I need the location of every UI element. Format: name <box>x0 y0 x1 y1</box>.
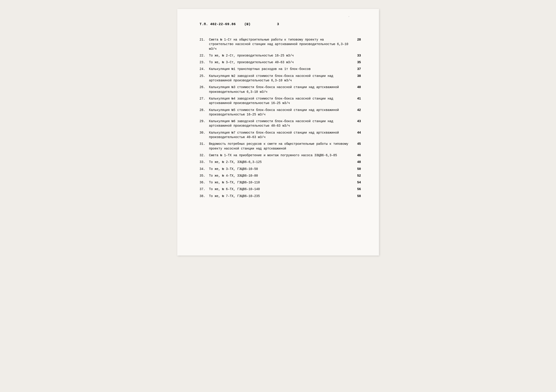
toc-item-text: Ведомость потребных ресурсов к смете на … <box>209 142 354 151</box>
toc-item-number: 33. <box>200 160 209 164</box>
toc-item-number: 32. <box>200 153 209 158</box>
toc-item-page: 38 <box>354 74 361 78</box>
toc-row: 35.То же, № 4–ТХ, ЗЭЦВ6–10–8052 <box>200 173 361 178</box>
doc-suffix: (Ш) <box>244 23 251 26</box>
toc-item-text: То же, № 3–ТХ, ГЭЦВ6–10–50 <box>209 167 354 171</box>
toc-row: 23.То же, № 3–Ст, производительностью 40… <box>200 60 361 65</box>
toc-item-number: 29. <box>200 119 209 123</box>
toc-item-text: Калькуляция №2 заводской стоимости блок–… <box>209 74 354 83</box>
page-number-header: 3 <box>277 23 279 26</box>
toc-row: 22.То же, № 2–Ст, производительностью 16… <box>200 53 361 58</box>
toc-item-text: Калькуляция №5 стоимости блок–бокса насо… <box>209 108 354 117</box>
toc-row: 38.То же, № 7–ТХ, ГЭЦВ6–10–23558 <box>200 194 361 198</box>
toc-item-text: То же, № 2–ТХ, ЗЭЦВ6–6,3–125 <box>209 160 354 164</box>
toc-item-text: Калькуляция №7 стоимости блок–бокса насо… <box>209 131 354 140</box>
toc-item-number: 38. <box>200 194 209 198</box>
toc-item-number: 35. <box>200 173 209 178</box>
toc-item-number: 26. <box>200 85 209 89</box>
toc-item-page: 50 <box>354 167 361 171</box>
toc-item-page: 44 <box>354 131 361 135</box>
table-of-contents: 21.Смета № 1–Ст на общестроительные рабо… <box>200 38 361 198</box>
toc-item-page: 43 <box>354 119 361 123</box>
toc-item-number: 27. <box>200 96 209 101</box>
toc-item-number: 36. <box>200 180 209 185</box>
toc-item-text: Калькуляция №4 заводской стоимости блок–… <box>209 96 354 106</box>
toc-item-text: То же, № 3–Ст, производительностью 40–63… <box>209 60 354 65</box>
toc-item-page: 46 <box>354 153 361 158</box>
toc-item-number: 28. <box>200 108 209 112</box>
toc-item-number: 30. <box>200 131 209 135</box>
toc-item-page: 42 <box>354 108 361 112</box>
document-code: Т.П. 402-22-69.86 (Ш) <box>200 23 251 26</box>
document-page: · Т.П. 402-22-69.86 (Ш) 3 21.Смета № 1–С… <box>177 9 379 255</box>
toc-item-text: Смета № 1–ТХ на приобретение и монтаж по… <box>209 153 354 158</box>
toc-item-text: То же, № 6–ТХ, ГЭЦВ6–10–140 <box>209 187 354 192</box>
toc-item-page: 40 <box>354 85 361 89</box>
toc-item-page: 52 <box>354 173 361 178</box>
toc-row: 33.То же, № 2–ТХ, ЗЭЦВ6–6,3–12548 <box>200 160 361 164</box>
toc-item-text: То же, № 2–Ст, производительностью 16–25… <box>209 53 354 58</box>
decorative-mark-1: · <box>348 15 350 18</box>
toc-row: 37.То же, № 6–ТХ, ГЭЦВ6–10–14056 <box>200 187 361 192</box>
center-number: 3 <box>277 23 279 26</box>
toc-item-text: То же, № 5–ТХ, ГЭЦВ6–10–110 <box>209 180 354 185</box>
toc-item-page: 33 <box>354 53 361 58</box>
toc-item-page: 58 <box>354 194 361 198</box>
toc-item-number: 34. <box>200 167 209 171</box>
toc-item-page: 54 <box>354 180 361 185</box>
toc-item-number: 23. <box>200 60 209 65</box>
toc-row: 31.Ведомость потребных ресурсов к смете … <box>200 142 361 151</box>
page-header: Т.П. 402-22-69.86 (Ш) 3 <box>200 23 361 26</box>
toc-item-text: То же, № 7–ТХ, ГЭЦВ6–10–235 <box>209 194 354 198</box>
toc-item-number: 21. <box>200 38 209 42</box>
toc-row: 29.Калькуляция №6 заводской стоимости бл… <box>200 119 361 128</box>
toc-item-page: 56 <box>354 187 361 192</box>
toc-item-number: 31. <box>200 142 209 146</box>
toc-item-page: 45 <box>354 142 361 146</box>
toc-item-text: То же, № 4–ТХ, ЗЭЦВ6–10–80 <box>209 173 354 178</box>
toc-row: 25.Калькуляция №2 заводской стоимости бл… <box>200 74 361 83</box>
toc-row: 27.Калькуляция №4 заводской стоимости бл… <box>200 96 361 106</box>
toc-row: 36.То же, № 5–ТХ, ГЭЦВ6–10–11054 <box>200 180 361 185</box>
toc-row: 26.Калькуляция №3 стоимости блок–бокса н… <box>200 85 361 94</box>
toc-row: 28.Калькуляция №5 стоимости блок–бокса н… <box>200 108 361 117</box>
toc-item-page: 48 <box>354 160 361 164</box>
toc-row: 34.То же, № 3–ТХ, ГЭЦВ6–10–5050 <box>200 167 361 171</box>
toc-row: 24.Калькуляция №1 транспортных расходов … <box>200 67 361 71</box>
toc-item-number: 37. <box>200 187 209 192</box>
doc-code-text: Т.П. 402-22-69.86 <box>200 23 236 26</box>
toc-item-text: Смета № 1–Ст на общестроительные работы … <box>209 38 354 51</box>
toc-item-number: 24. <box>200 67 209 71</box>
toc-row: 32.Смета № 1–ТХ на приобретение и монтаж… <box>200 153 361 158</box>
toc-item-number: 22. <box>200 53 209 58</box>
toc-item-text: Калькуляция №1 транспортных расходов на … <box>209 67 354 71</box>
toc-item-page: 37 <box>354 67 361 71</box>
toc-row: 30.Калькуляция №7 стоимости блок–бокса н… <box>200 131 361 140</box>
toc-item-page: 28 <box>354 38 361 42</box>
toc-item-page: 35 <box>354 60 361 65</box>
toc-item-text: Калькуляция №3 стоимости блок–бокса насо… <box>209 85 354 94</box>
toc-item-text: Калькуляция №6 заводской стоимости блок–… <box>209 119 354 128</box>
toc-item-page: 41 <box>354 96 361 101</box>
toc-item-number: 25. <box>200 74 209 78</box>
toc-row: 21.Смета № 1–Ст на общестроительные рабо… <box>200 38 361 51</box>
